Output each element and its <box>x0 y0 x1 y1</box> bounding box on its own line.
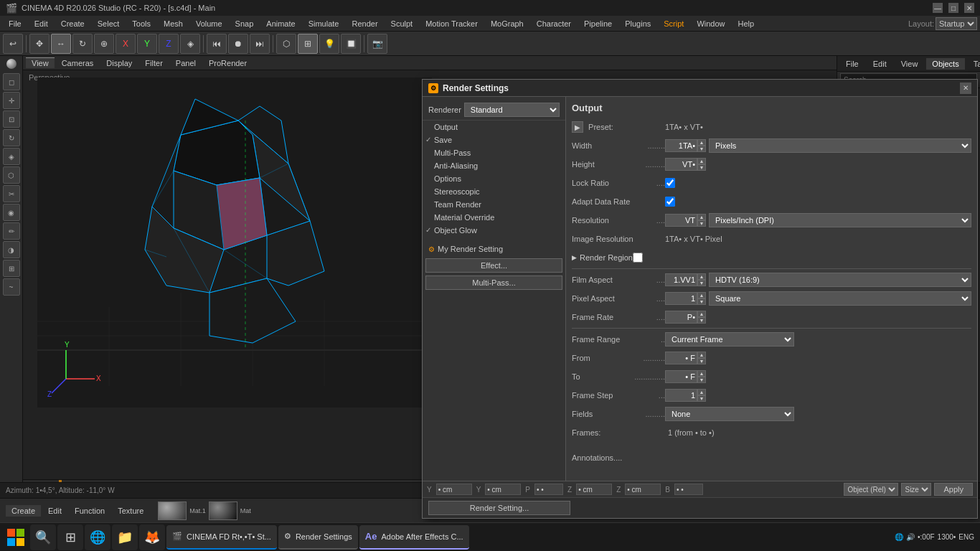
scale-btn[interactable]: ↔ <box>51 34 71 54</box>
layout-select[interactable]: Startup <box>936 17 977 30</box>
rs-pixelaspect-down-btn[interactable]: ▼ <box>697 298 706 305</box>
rs-height-up-btn[interactable]: ▲ <box>697 158 706 164</box>
rs-menu-antialiasing[interactable]: Anti-Aliasing <box>423 159 565 172</box>
rs-z2-input[interactable] <box>625 484 661 495</box>
anim-play-btn[interactable]: ⏭ <box>250 34 270 54</box>
minimize-btn[interactable]: — <box>933 3 943 13</box>
rs-multipass-btn[interactable]: Multi-Pass... <box>425 276 562 290</box>
rs-menu-save[interactable]: Save <box>423 133 565 146</box>
rotate-btn[interactable]: ↻ <box>72 34 93 54</box>
poly-btn[interactable]: ◈ <box>3 148 20 165</box>
rs-height-input[interactable] <box>665 158 697 171</box>
rs-framestep-down-btn[interactable]: ▼ <box>697 395 706 402</box>
rs-p-input[interactable] <box>534 484 563 495</box>
viewport-tab-panel[interactable]: Panel <box>170 58 202 68</box>
move-btn[interactable]: ✥ <box>29 34 50 54</box>
rs-resolution-down-btn[interactable]: ▼ <box>697 220 706 227</box>
wireframe-btn[interactable]: ⊞ <box>298 34 318 54</box>
rs-height-down-btn[interactable]: ▼ <box>697 164 706 171</box>
panel-tab-tags[interactable]: Tags <box>968 58 980 70</box>
spline-btn[interactable]: ~ <box>3 278 20 296</box>
rs-fields-select[interactable]: None <box>665 407 794 421</box>
taskbar-ae-app[interactable]: Ae Adobe After Effects C... <box>359 525 469 550</box>
rs-b-input[interactable] <box>674 484 703 495</box>
rs-y1-input[interactable] <box>436 484 472 495</box>
cube-btn[interactable]: ⬡ <box>276 34 296 54</box>
rs-filmaspect-preset-select[interactable]: HDTV (16:9) <box>709 273 971 287</box>
rs-menu-options[interactable]: Options <box>423 172 565 185</box>
rs-to-down-btn[interactable]: ▼ <box>697 377 706 383</box>
menu-edit[interactable]: Edit <box>29 18 54 29</box>
menu-tools[interactable]: Tools <box>126 18 156 29</box>
rs-to-input[interactable] <box>665 370 697 383</box>
magnet-btn[interactable]: ◉ <box>3 204 20 221</box>
rs-preset-play-btn[interactable]: ▶ <box>572 121 583 133</box>
x-axis-btn[interactable]: X <box>116 34 136 54</box>
z-axis-btn[interactable]: Z <box>159 34 179 54</box>
all-axis-btn[interactable]: ◈ <box>180 34 200 54</box>
y-axis-btn[interactable]: Y <box>137 34 157 54</box>
menu-select[interactable]: Select <box>92 18 126 29</box>
panel-tab-file[interactable]: File <box>840 58 864 70</box>
menu-script[interactable]: Script <box>658 18 689 29</box>
menu-create[interactable]: Create <box>55 18 90 29</box>
taskbar-explorer-icon[interactable]: 📁 <box>112 524 138 550</box>
material-swatch-1[interactable] <box>158 501 187 520</box>
menu-motiontracker[interactable]: Motion Tracker <box>420 18 484 29</box>
menu-mesh[interactable]: Mesh <box>158 18 189 29</box>
rs-lockratio-checkbox[interactable] <box>665 178 675 188</box>
viewport-tab-display[interactable]: Display <box>100 58 138 68</box>
menu-animate[interactable]: Animate <box>260 18 301 29</box>
rs-resolution-unit-select[interactable]: Pixels/Inch (DPI) <box>709 213 971 227</box>
menu-render[interactable]: Render <box>346 18 383 29</box>
rs-resolution-up-btn[interactable]: ▲ <box>697 214 706 220</box>
rs-y2-input[interactable] <box>485 484 521 495</box>
menu-volume[interactable]: Volume <box>190 18 228 29</box>
rotate-tool-btn[interactable]: ↻ <box>3 129 20 146</box>
rs-width-up-btn[interactable]: ▲ <box>697 139 706 146</box>
viewport-tab-prorender[interactable]: ProRender <box>203 58 253 68</box>
rs-framerange-select[interactable]: Current Frame <box>665 332 794 347</box>
menu-mograph[interactable]: MoGraph <box>485 18 529 29</box>
taskbar-c4d-app[interactable]: 🎬 CINEMA FD Rt•,•T• St... <box>166 525 277 550</box>
taskbar-taskview-icon[interactable]: ⊞ <box>57 524 83 550</box>
rs-framestep-up-btn[interactable]: ▲ <box>697 389 706 395</box>
rs-close-btn[interactable]: ✕ <box>960 83 971 94</box>
grid-btn[interactable]: ⊞ <box>3 260 20 277</box>
bend-btn[interactable]: ◑ <box>3 241 20 258</box>
rs-menu-teamrender[interactable]: Team Render <box>423 198 565 211</box>
rs-pixelaspect-input[interactable] <box>665 292 697 305</box>
anim-prev-btn[interactable]: ⏮ <box>207 34 227 54</box>
rs-pixelaspect-up-btn[interactable]: ▲ <box>697 292 706 298</box>
start-btn[interactable] <box>3 524 29 550</box>
rs-resolution-input[interactable] <box>665 214 697 227</box>
menu-file[interactable]: File <box>3 18 27 29</box>
light-btn[interactable]: 💡 <box>319 34 339 54</box>
menu-simulate[interactable]: Simulate <box>303 18 345 29</box>
rs-renderregion-checkbox[interactable] <box>633 253 643 263</box>
mat-tab-edit[interactable]: Edit <box>42 505 67 517</box>
rs-menu-output[interactable]: Output <box>423 121 565 133</box>
menu-help[interactable]: Help <box>732 18 760 29</box>
panel-tab-edit[interactable]: Edit <box>867 58 892 70</box>
taskbar-rendersettings-app[interactable]: ⚙ Render Settings <box>278 525 358 550</box>
panel-tab-objects[interactable]: Objects <box>926 58 964 70</box>
rs-framerate-down-btn[interactable]: ▼ <box>697 317 706 324</box>
rs-menu-multipass[interactable]: Multi-Pass <box>423 146 565 159</box>
rs-renderer-select[interactable]: Standard <box>464 103 560 117</box>
brush-btn[interactable]: ⬡ <box>3 166 20 184</box>
camera-btn[interactable]: 📷 <box>367 34 387 54</box>
viewport-tab-filter[interactable]: Filter <box>139 58 168 68</box>
mat-tab-create[interactable]: Create <box>6 505 41 517</box>
transform-btn[interactable]: ⊕ <box>94 34 114 54</box>
mat-tab-texture[interactable]: Texture <box>112 505 149 517</box>
mat-tab-function[interactable]: Function <box>69 505 110 517</box>
rs-from-up-btn[interactable]: ▲ <box>697 352 706 358</box>
taskbar-browser-icon[interactable]: 🦊 <box>139 524 165 550</box>
rs-framestep-input[interactable] <box>665 389 697 402</box>
scale-tool-btn[interactable]: ⊡ <box>3 110 20 128</box>
rs-filmaspect-up-btn[interactable]: ▲ <box>697 273 706 280</box>
rs-filmaspect-down-btn[interactable]: ▼ <box>697 280 706 286</box>
rs-rendersetting-btn[interactable]: Render Setting... <box>428 501 570 515</box>
rs-filmaspect-input[interactable] <box>665 273 697 286</box>
